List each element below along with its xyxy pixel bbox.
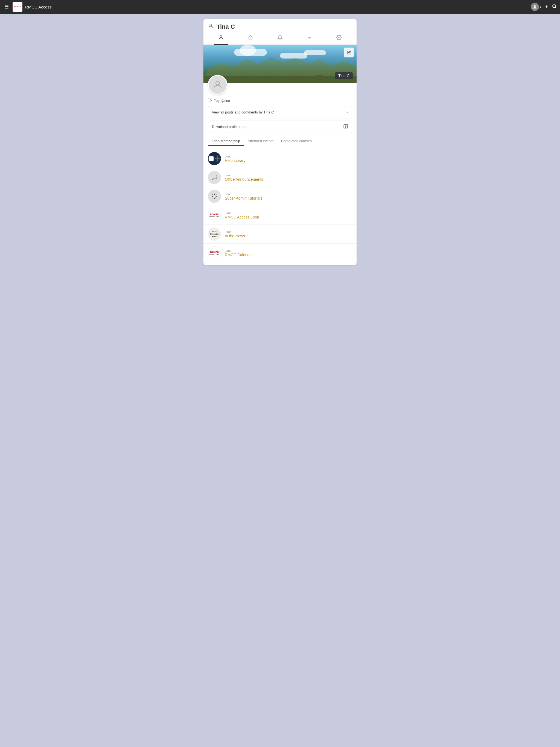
download-profile-button[interactable]: Download profile report — [208, 121, 352, 133]
tab-loop-membership[interactable]: Loop Membership — [208, 137, 244, 146]
list-item[interactable]: RE/MAX of cherry creek Loop RMCC Access … — [203, 206, 357, 225]
loop-text-help-library: Loop Help Library — [225, 155, 245, 163]
svg-point-4 — [220, 35, 222, 37]
loop-icon-rmcc-access: RE/MAX of cherry creek — [208, 209, 221, 222]
loop-list: ➕ Loop Help Library Loop Office Announce… — [203, 148, 357, 265]
svg-point-1 — [553, 5, 556, 8]
user-avatar-menu[interactable]: ▾ — [531, 3, 541, 11]
loop-text-announcements: Loop Office Announcements — [225, 174, 263, 182]
topbar: ☰ RE/MAX RMCC Access ▾ + — [0, 0, 560, 14]
view-posts-button[interactable]: View all posts and comments by Tina C › — [208, 106, 352, 119]
view-posts-label: View all posts and comments by Tina C — [212, 110, 274, 114]
tab-notifications[interactable] — [273, 32, 287, 44]
svg-point-5 — [338, 37, 340, 38]
tab-settings[interactable] — [332, 32, 346, 44]
svg-line-2 — [555, 7, 556, 8]
loop-text-rmcc-access: Loop RMCC Access Loop — [225, 211, 259, 219]
tag-handle: @tina — [221, 99, 230, 103]
loop-text-tutorials: Loop Super Admin Tutorials — [225, 192, 262, 200]
tab-feed[interactable] — [302, 32, 316, 44]
profile-card: Tina C — [203, 19, 357, 265]
profile-header-icon — [208, 23, 214, 30]
user-avatar — [208, 75, 228, 95]
list-item[interactable]: ➕ Loop Help Library — [203, 149, 357, 168]
profile-name: Tina C — [217, 23, 235, 30]
svg-line-16 — [215, 198, 216, 198]
membership-tabs: Loop Membership Attended events Complete… — [203, 135, 357, 146]
add-button[interactable]: + — [545, 4, 548, 10]
loop-icon-in-the-news: Extra! Breaking News! — [208, 228, 221, 241]
download-icon — [343, 124, 348, 130]
tab-profile[interactable] — [214, 32, 228, 44]
avatar-section — [203, 75, 357, 95]
loop-text-rmcc-calendar: Loop RMCC Calendar — [225, 249, 253, 257]
tab-completed-courses[interactable]: Completed courses — [277, 137, 315, 146]
avatar — [531, 3, 539, 11]
download-label: Download profile report — [212, 125, 249, 129]
svg-point-0 — [534, 5, 536, 7]
list-item[interactable]: RE/MAX of cherry creek Loop RMCC Calenda… — [203, 243, 357, 262]
tab-home[interactable] — [244, 32, 258, 44]
svg-point-6 — [216, 81, 219, 85]
list-item[interactable]: Loop Office Announcements — [203, 168, 357, 187]
loop-icon-tutorials — [208, 190, 221, 203]
tag-label: Tag — [214, 99, 219, 103]
app-title: RMCC Access — [25, 5, 528, 9]
main-content: Tina C — [0, 14, 560, 276]
list-item[interactable]: Extra! Breaking News! Loop In the News — [203, 225, 357, 243]
loop-icon-announcements — [208, 171, 221, 184]
tab-attended-events[interactable]: Attended events — [244, 137, 277, 146]
loop-icon-rmcc-calendar: RE/MAX of cherry creek — [208, 247, 221, 259]
svg-line-15 — [212, 195, 213, 195]
svg-line-17 — [212, 198, 213, 198]
loop-icon-help-library: ➕ — [208, 152, 221, 165]
cloud-decoration — [280, 53, 307, 58]
app-logo: RE/MAX — [12, 2, 22, 12]
cloud-decoration — [234, 49, 267, 56]
svg-point-3 — [210, 24, 212, 26]
profile-tabs — [203, 32, 357, 45]
svg-line-18 — [215, 195, 216, 195]
edit-banner-button[interactable] — [344, 48, 354, 57]
tag-section: Tag @tina — [203, 97, 357, 106]
chevron-right-icon: › — [347, 109, 348, 115]
profile-header: Tina C — [203, 19, 357, 30]
tag-icon — [208, 98, 212, 103]
hamburger-menu[interactable]: ☰ — [3, 3, 10, 11]
cloud-decoration — [304, 50, 326, 55]
list-item[interactable]: Loop Super Admin Tutorials — [203, 187, 357, 206]
chevron-down-icon: ▾ — [540, 5, 541, 8]
search-button[interactable] — [552, 4, 557, 10]
loop-text-in-the-news: Loop In the News — [225, 230, 245, 238]
mountain-layer — [203, 54, 357, 76]
topbar-right: ▾ + — [531, 3, 557, 11]
